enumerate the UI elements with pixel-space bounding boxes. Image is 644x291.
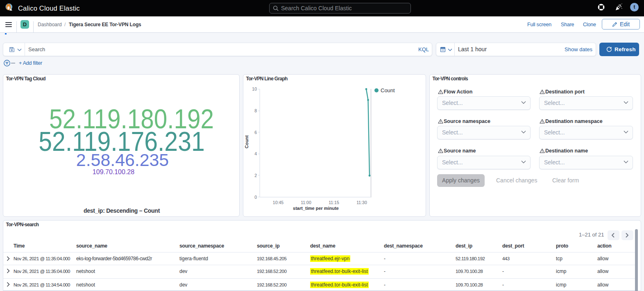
svg-text:4: 4 [254, 151, 257, 156]
svg-text:2: 2 [254, 173, 257, 178]
svg-text:10: 10 [252, 86, 257, 91]
svg-text:start_time per minute: start_time per minute [293, 206, 339, 211]
svg-text:11:30: 11:30 [356, 200, 367, 205]
svg-text:10:45: 10:45 [273, 200, 283, 205]
svg-text:6: 6 [254, 130, 257, 135]
svg-text:Count: Count [244, 135, 249, 148]
svg-text:0: 0 [254, 195, 257, 200]
svg-text:8: 8 [254, 108, 257, 113]
svg-text:Count: Count [381, 87, 395, 93]
svg-text:11:15: 11:15 [329, 200, 339, 205]
svg-text:11:00: 11:00 [301, 200, 311, 205]
